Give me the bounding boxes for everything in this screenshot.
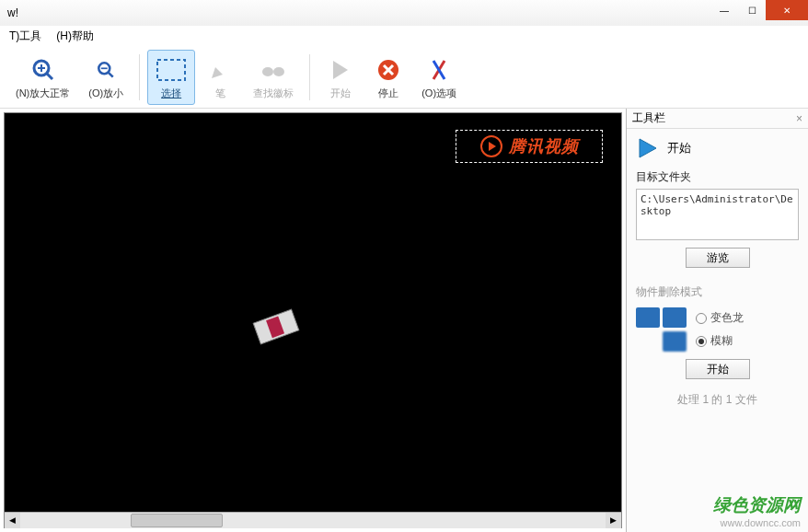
canvas-area: 腾讯视频 ◀ ▶ bbox=[4, 112, 622, 528]
panel-header: 工具栏 × bbox=[627, 109, 808, 129]
mode-section: 物件删除模式 变色龙 模糊 bbox=[636, 284, 799, 352]
zoom-out-button[interactable]: (O)放小 bbox=[80, 50, 132, 105]
watermark-text: 腾讯视频 bbox=[509, 135, 579, 157]
scroll-track[interactable] bbox=[20, 513, 606, 528]
site-watermark: 绿色资源网 www.downcc.com bbox=[713, 493, 801, 528]
panel-start-button[interactable]: 开始 bbox=[686, 359, 750, 379]
scroll-left-arrow[interactable]: ◀ bbox=[5, 513, 20, 528]
canvas-content[interactable]: 腾讯视频 bbox=[5, 113, 621, 512]
menu-tools[interactable]: T)工具 bbox=[4, 27, 47, 46]
toolbar-separator bbox=[139, 54, 140, 100]
options-button[interactable]: (O)选项 bbox=[413, 50, 465, 105]
horizontal-scrollbar[interactable]: ◀ ▶ bbox=[5, 512, 621, 527]
radio-blur-label: 模糊 bbox=[710, 333, 733, 349]
target-folder-input[interactable]: C:\Users\Administrator\Desktop bbox=[636, 189, 799, 240]
target-folder-label: 目标文件夹 bbox=[636, 169, 799, 185]
svg-rect-7 bbox=[157, 60, 185, 80]
panel-close-icon[interactable]: × bbox=[796, 112, 802, 125]
panel-start-label: 开始 bbox=[667, 140, 691, 156]
pen-icon bbox=[208, 55, 232, 85]
zoom-normal-label: (N)放大正常 bbox=[16, 87, 70, 100]
select-icon bbox=[156, 55, 187, 85]
start-label: 开始 bbox=[330, 87, 351, 100]
select-button[interactable]: 选择 bbox=[147, 50, 195, 105]
mode-radio-group: 变色龙 模糊 bbox=[696, 310, 744, 349]
toolbar-separator bbox=[309, 54, 310, 100]
zoom-normal-button[interactable]: (N)放大正常 bbox=[7, 50, 78, 105]
zoom-in-icon bbox=[30, 55, 56, 85]
mode-thumbnails bbox=[636, 307, 687, 352]
zoom-out-label: (O)放小 bbox=[88, 87, 123, 100]
radio-icon bbox=[696, 336, 707, 347]
stop-icon bbox=[376, 55, 400, 85]
close-button[interactable]: ✕ bbox=[766, 0, 808, 20]
main-toolbar: (N)放大正常 (O)放小 选择 笔 查找徽标 开始 停止 bbox=[0, 46, 808, 109]
pen-label: 笔 bbox=[215, 87, 225, 100]
radio-blur[interactable]: 模糊 bbox=[696, 333, 744, 349]
find-logo-label: 查找徽标 bbox=[253, 87, 294, 100]
find-logo-button[interactable]: 查找徽标 bbox=[245, 50, 302, 105]
start-button[interactable]: 开始 bbox=[317, 50, 364, 105]
zoom-out-icon bbox=[95, 55, 117, 85]
panel-start-row[interactable]: 开始 bbox=[636, 136, 799, 160]
watermark-logo-icon bbox=[479, 134, 503, 158]
svg-point-9 bbox=[273, 67, 284, 76]
svg-point-8 bbox=[262, 67, 273, 76]
window-buttons: — ☐ ✕ bbox=[710, 0, 808, 20]
status-text: 处理 1 的 1 文件 bbox=[636, 392, 799, 408]
stop-button[interactable]: 停止 bbox=[365, 50, 411, 105]
maximize-button[interactable]: ☐ bbox=[738, 0, 766, 20]
play-icon bbox=[330, 55, 351, 85]
scroll-right-arrow[interactable]: ▶ bbox=[606, 513, 621, 528]
options-icon bbox=[428, 55, 450, 85]
side-panel: 工具栏 × 开始 目标文件夹 C:\Users\Administrator\De… bbox=[626, 109, 808, 532]
svg-line-5 bbox=[109, 72, 113, 76]
site-url: www.downcc.com bbox=[713, 517, 801, 528]
title-bar: w! — ☐ ✕ bbox=[0, 0, 808, 26]
browse-button[interactable]: 游览 bbox=[686, 248, 750, 268]
radio-chameleon[interactable]: 变色龙 bbox=[696, 310, 744, 326]
pen-button[interactable]: 笔 bbox=[197, 50, 243, 105]
panel-body: 开始 目标文件夹 C:\Users\Administrator\Desktop … bbox=[627, 129, 808, 532]
svg-line-1 bbox=[47, 74, 52, 79]
panel-title: 工具栏 bbox=[632, 110, 665, 126]
play-icon bbox=[636, 136, 660, 160]
minimize-button[interactable]: — bbox=[710, 0, 738, 20]
select-label: 选择 bbox=[161, 87, 181, 100]
thumb-chameleon-icon bbox=[663, 307, 687, 328]
options-label: (O)选项 bbox=[421, 87, 456, 100]
menu-help[interactable]: (H)帮助 bbox=[51, 27, 99, 46]
menu-bar: T)工具 (H)帮助 bbox=[0, 26, 808, 46]
site-name: 绿色资源网 bbox=[713, 493, 801, 517]
video-frame-object bbox=[245, 305, 307, 349]
mode-title: 物件删除模式 bbox=[636, 284, 799, 300]
stop-label: 停止 bbox=[378, 87, 398, 100]
radio-chameleon-label: 变色龙 bbox=[710, 310, 744, 326]
thumb-chameleon-icon bbox=[636, 307, 660, 328]
scroll-thumb[interactable] bbox=[131, 514, 223, 527]
selection-marquee[interactable]: 腾讯视频 bbox=[456, 130, 603, 163]
window-title: w! bbox=[7, 6, 18, 19]
thumb-blur-icon bbox=[663, 331, 687, 352]
radio-icon bbox=[696, 313, 707, 324]
main-area: 腾讯视频 ◀ ▶ 工具栏 × 开始 目标文件夹 C:\Users\Adminis… bbox=[0, 109, 808, 532]
binoculars-icon bbox=[260, 55, 286, 85]
